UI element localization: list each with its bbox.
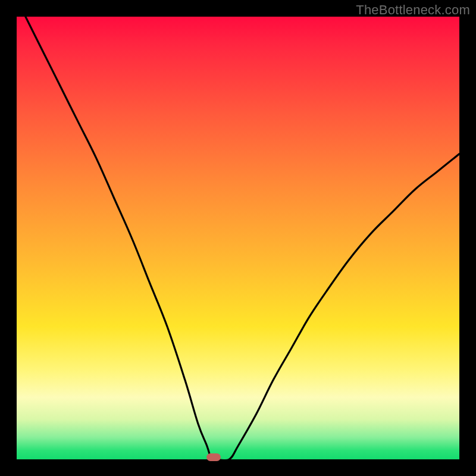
chart-frame: TheBottleneck.com — [0, 0, 476, 476]
bottleneck-curve — [17, 17, 459, 459]
optimal-marker — [206, 453, 221, 461]
chart-plot-area — [17, 17, 459, 459]
watermark-text: TheBottleneck.com — [356, 2, 470, 18]
curve-path — [26, 17, 459, 459]
